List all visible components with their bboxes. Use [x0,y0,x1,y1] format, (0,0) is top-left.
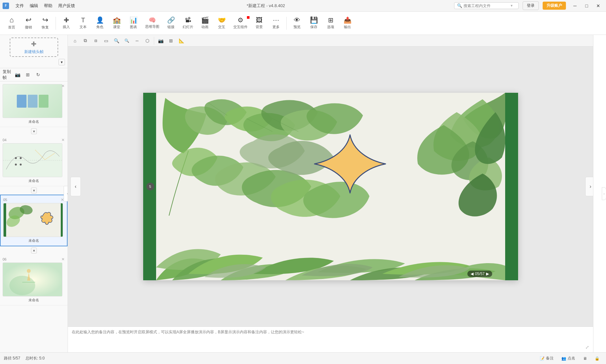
toolbar-more[interactable]: ⋯ 更多 [268,16,284,31]
toolbar-export-label: 输出 [344,25,351,29]
maximize-button[interactable]: □ [581,1,592,10]
lock-icon: 🔒 [595,356,600,361]
canvas-measure-btn[interactable]: 📐 [177,36,186,45]
slide-name-06: 未命名 [3,298,65,303]
canvas-duplicate-btn[interactable]: ⧉ [81,36,90,45]
redo-icon: ↪ [42,16,48,24]
slide-view: 5 [143,93,518,280]
toolbar-interact-component[interactable]: ⚙ 交互组件 [231,16,250,31]
canvas-grid-btn[interactable]: ⊞ [166,36,175,45]
slide-item-06[interactable]: 06 未命名 ✕ [0,255,68,305]
slide-canvas[interactable]: ‹ 5 [68,47,593,327]
sidebar-collapse-arrow[interactable]: ‹ [64,186,68,201]
star-shape[interactable] [311,132,389,209]
menu-feedback[interactable]: 用户反馈 [56,2,78,10]
menu-help[interactable]: 帮助 [41,2,55,10]
menu-file[interactable]: 文件 [13,2,27,10]
toolbar-text[interactable]: T 文本 [75,16,91,31]
toolbar-home[interactable]: ⌂ 首页 [4,15,19,31]
toolbar-save[interactable]: 💾 保存 [306,16,322,31]
rotate-tool-btn[interactable]: ↻ [34,70,43,79]
toolbar-export[interactable]: 📤 输出 [340,16,355,31]
upgrade-button[interactable]: 升级账户 [543,2,566,10]
toolbar-redo[interactable]: ↪ 恢复 [37,15,53,31]
slide-separator-2: ✕ [0,186,68,195]
slide-delete-04[interactable]: ✕ [60,137,66,143]
chart-icon: 📊 [130,17,138,23]
search-dropdown-icon[interactable]: ▼ [510,4,513,7]
toolbar-chart[interactable]: 📊 图表 [126,16,141,31]
slide-next-button[interactable]: › [585,177,593,196]
right-panel: › [593,35,606,352]
sidebar-collapse-btn[interactable]: ▼ [58,59,65,65]
toolbar-insert[interactable]: ✚ 插入 [58,16,74,31]
slide-add-btn-2[interactable]: ✕ [31,187,37,193]
slide-add-btn-3[interactable]: ✕ [31,248,37,253]
page-counter-text: 05/57 [475,272,484,276]
notes-action-button[interactable]: 📝 备注 [537,355,556,362]
svg-point-13 [9,276,35,295]
canvas-home-btn[interactable]: ⌂ [70,36,80,45]
minimize-button[interactable]: ─ [570,1,580,10]
slide-item-04[interactable]: 04 未命名 ✕ [0,135,68,186]
toolbar-animation[interactable]: 🎬 动画 [197,16,213,31]
page-prev-icon[interactable]: ◀ [471,272,473,276]
status-bar: 路径 5/57 总时长: 5:0 📝 备注 👥 点名 🖥 🔒 [0,352,606,364]
toolbar-preview[interactable]: 👁 预览 [289,16,305,31]
toolbar-slideshow[interactable]: 📽 幻灯片 [180,16,196,31]
canvas-fit-btn[interactable]: ↔ [133,36,142,45]
lock-action-button[interactable]: 🔒 [592,356,602,361]
search-box[interactable]: 🔍 ▼ [454,2,519,9]
toolbar-role[interactable]: 👤 角色 [92,16,108,31]
camera-tool-btn[interactable]: 📷 [13,70,22,79]
canvas-rect-btn[interactable]: ▭ [101,36,111,45]
right-panel-expand[interactable]: › [602,187,606,200]
slide-separator-1: ✕ [0,127,68,135]
slide-item-05[interactable]: 05 未命名 ✕ [0,195,68,246]
slide-thumb-05 [3,203,63,237]
login-button[interactable]: 登录 [523,1,539,10]
slide-add-btn-1[interactable]: ✕ [31,128,37,134]
svg-point-3 [15,164,17,166]
canvas-zoom-out-btn[interactable]: 🔍 [122,36,131,45]
toolbar-interact[interactable]: 🤝 交互 [214,16,229,31]
screen-icon: 🖥 [583,356,587,361]
new-frame-button[interactable]: ✚ 新建镜头帧 [10,37,58,57]
notes-expand-button[interactable]: ⤢ [585,345,589,350]
slide-delete-1[interactable]: ✕ [60,83,66,89]
toolbar-undo-label: 撤销 [25,25,32,30]
copy-frame-button[interactable]: 复制帧 [3,70,12,79]
canvas-hex-btn[interactable]: ⬡ [143,36,152,45]
new-frame-label: 新建镜头帧 [24,49,44,55]
canvas-copy-btn[interactable]: ⧈ [91,36,100,45]
titlebar: F 文件 编辑 帮助 用户反馈 *新建工程 - v4.8.402 🔍 ▼ 登录 … [0,0,606,12]
slide-item-unnamed-1[interactable]: 未命名 ✕ [0,81,68,127]
canvas-camera-btn[interactable]: 📷 [156,36,165,45]
svg-rect-7 [4,203,6,237]
toolbar-classroom[interactable]: 🏫 课堂 [109,16,124,31]
toolbar-link[interactable]: 🔗 链接 [163,16,179,31]
toolbar-save-label: 保存 [310,25,317,29]
notes-input[interactable] [72,329,589,349]
menu-edit[interactable]: 编辑 [27,2,41,10]
toolbar-mindmap-label: 思维导图 [145,24,159,29]
search-input[interactable] [463,4,509,8]
slide-delete-06[interactable]: ✕ [60,256,66,262]
canvas-zoom-in-btn[interactable]: 🔍 [112,36,121,45]
screen-action-button[interactable]: 🖥 [580,356,590,361]
toolbar-select[interactable]: ⊞ 选项 [323,16,338,31]
notes-action-icon: 📝 [540,356,545,361]
svg-point-4 [20,157,22,159]
attendance-label: 点名 [568,356,575,361]
slide-prev-button[interactable]: ‹ [70,177,81,196]
toolbar-background[interactable]: 🖼 背景 [251,16,267,31]
attendance-action-button[interactable]: 👥 点名 [559,355,578,362]
select-tool-btn[interactable]: ⊞ [23,70,32,79]
toolbar-mindmap[interactable]: 🧠 思维导图 [143,16,162,30]
close-button[interactable]: ✕ [593,1,603,10]
sidebar-tools: 复制帧 📷 ⊞ ↻ [0,68,68,81]
toolbar-undo[interactable]: ↩ 撤销 [21,15,36,31]
export-icon: 📤 [344,17,352,23]
page-next-icon[interactable]: ▶ [486,272,489,276]
status-path: 路径 5/57 [4,356,20,361]
